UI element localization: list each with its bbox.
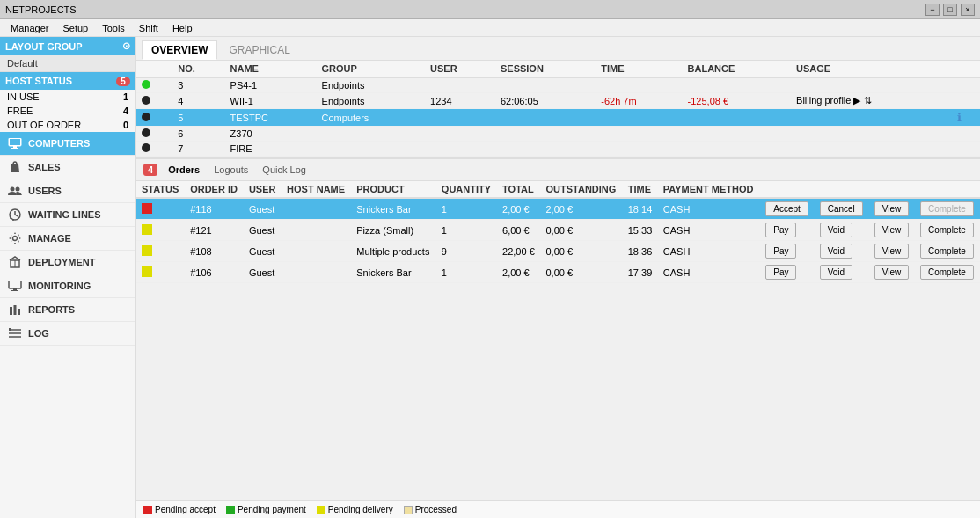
legend-icon-light [404,506,413,514]
bag-icon [7,161,23,173]
content-area: OVERVIEW GRAPHICAL NO. NAME GROUP USER S… [136,37,980,518]
orders-section: 4 Orders Logouts Quick Log STATUS ORDER … [136,159,980,518]
orders-col-hostname: HOST NAME [282,181,351,198]
svg-rect-3 [11,148,18,149]
svg-rect-23 [9,328,11,331]
svg-rect-2 [13,146,17,148]
col-extra [952,61,980,77]
layout-group-header[interactable]: LAYOUT GROUP ⊙ [0,37,135,55]
pay-button[interactable]: Pay [765,244,796,259]
void-button[interactable]: Void [820,244,852,259]
orders-col-outstanding: OUTSTANDING [541,181,623,198]
menu-item-help[interactable]: Help [165,19,200,37]
orders-tab-logouts[interactable]: Logouts [210,163,252,177]
legend-icon-red [143,506,152,514]
legend-icon-green [226,506,235,514]
svg-rect-19 [18,309,20,315]
close-button[interactable]: × [961,4,975,16]
orders-col-total: TOTAL [497,181,540,198]
app-title: NETPROJECTS [5,4,77,15]
clock-icon [7,208,23,221]
orders-tab-orders[interactable]: Orders [165,163,203,177]
table-row[interactable]: 7 FIRE [136,142,980,157]
orders-col-id: ORDER ID [185,181,244,198]
svg-point-10 [12,219,14,221]
host-status-free: FREE4 [0,104,135,118]
monitor2-icon [7,280,23,292]
sidebar-item-sales[interactable]: SALES [0,156,135,179]
view-button[interactable]: View [874,244,910,259]
order-row[interactable]: #121 Guest Pizza (Small) 1 6,00 € 0,00 €… [136,220,980,241]
sidebar-item-waiting-lines[interactable]: WAITING LINES [0,203,135,227]
view-button[interactable]: View [874,201,910,216]
gear-icon [7,232,23,244]
pay-button[interactable]: Pay [765,265,796,280]
col-user: USER [425,61,495,77]
order-row[interactable]: #106 Guest Snickers Bar 1 2,00 € 0,00 € … [136,262,980,283]
orders-tab-quicklog[interactable]: Quick Log [259,163,310,177]
cancel-button[interactable]: Cancel [820,201,863,216]
menu-item-tools[interactable]: Tools [95,19,132,37]
tab-graphical[interactable]: GRAPHICAL [219,40,299,60]
svg-point-4 [11,187,15,192]
sidebar-item-computers[interactable]: COMPUTERS [0,132,135,156]
complete-button[interactable]: Complete [920,265,974,280]
menu-item-manager[interactable]: Manager [4,19,55,37]
view-button[interactable]: View [874,265,910,280]
table-row[interactable]: 4 WII-1 Endpoints 1234 62:06:05 -62h 7m … [136,93,980,109]
void-button[interactable]: Void [820,265,852,280]
legend: Pending accept Pending payment Pending d… [136,500,980,518]
table-row[interactable]: 6 Z370 [136,127,980,142]
svg-rect-1 [10,139,20,145]
legend-icon-yellow [317,506,325,514]
sidebar-item-monitoring[interactable]: MONITORING [0,274,135,298]
legend-pending-accept: Pending accept [143,505,216,514]
layout-group-arrow: ⊙ [122,40,130,52]
orders-col-status: STATUS [136,181,185,198]
menu-item-shift[interactable]: Shift [132,19,165,37]
tab-overview[interactable]: OVERVIEW [142,40,217,60]
svg-rect-16 [11,290,18,291]
order-row[interactable]: #118 Guest Snickers Bar 1 2,00 € 2,00 € … [136,198,980,220]
sidebar-item-users[interactable]: USERS [0,179,135,203]
svg-point-5 [16,187,20,192]
list-icon [7,327,23,339]
host-status-in-use: IN USE1 [0,90,135,104]
host-status-header[interactable]: HOST STATUS 5 [0,72,135,90]
maximize-button[interactable]: □ [943,4,957,16]
complete-button[interactable]: Complete [920,201,974,216]
svg-rect-14 [9,281,21,288]
status-square-yellow [142,224,152,235]
sidebar-item-reports[interactable]: REPORTS [0,298,135,322]
order-row[interactable]: #108 Guest Multiple products 9 22,00 € 0… [136,241,980,262]
complete-button[interactable]: Complete [920,244,974,259]
view-button[interactable]: View [874,223,910,237]
complete-button[interactable]: Complete [920,223,974,237]
host-status-out-of-order: OUT OF ORDER0 [0,118,135,132]
legend-pending-payment: Pending payment [226,505,306,514]
table-row[interactable]: 3 PS4-1 Endpoints [136,77,980,93]
sidebar-label-sales: SALES [28,162,61,172]
void-button[interactable]: Void [820,223,852,237]
orders-col-user: USER [244,181,282,198]
minimize-button[interactable]: − [925,4,940,16]
pay-button[interactable]: Pay [765,223,796,237]
orders-table-wrap: STATUS ORDER ID USER HOST NAME PRODUCT Q… [136,181,980,500]
menu-item-setup[interactable]: Setup [55,19,95,37]
sidebar-item-manage[interactable]: MANAGE [0,227,135,251]
sidebar-default-item[interactable]: Default [0,55,135,72]
table-row-selected[interactable]: 5 TESTPC Computers ℹ [136,109,980,127]
sidebar-label-waiting-lines: WAITING LINES [28,209,101,220]
sidebar-label-users: USERS [28,186,62,196]
sidebar-item-log[interactable]: LOG [0,322,135,346]
menubar: ManagerSetupToolsShiftHelp [0,19,980,37]
col-no [136,61,172,77]
tab-bar: OVERVIEW GRAPHICAL [136,37,980,61]
col-usage: USAGE [791,61,952,77]
accept-button[interactable]: Accept [765,201,808,216]
titlebar: NETPROJECTS − □ × [0,0,980,19]
host-status-count: 5 [116,77,130,86]
orders-col-actions [760,181,980,198]
sidebar-item-deployment[interactable]: DEPLOYMENT [0,251,135,274]
col-balance: BALANCE [683,61,791,77]
